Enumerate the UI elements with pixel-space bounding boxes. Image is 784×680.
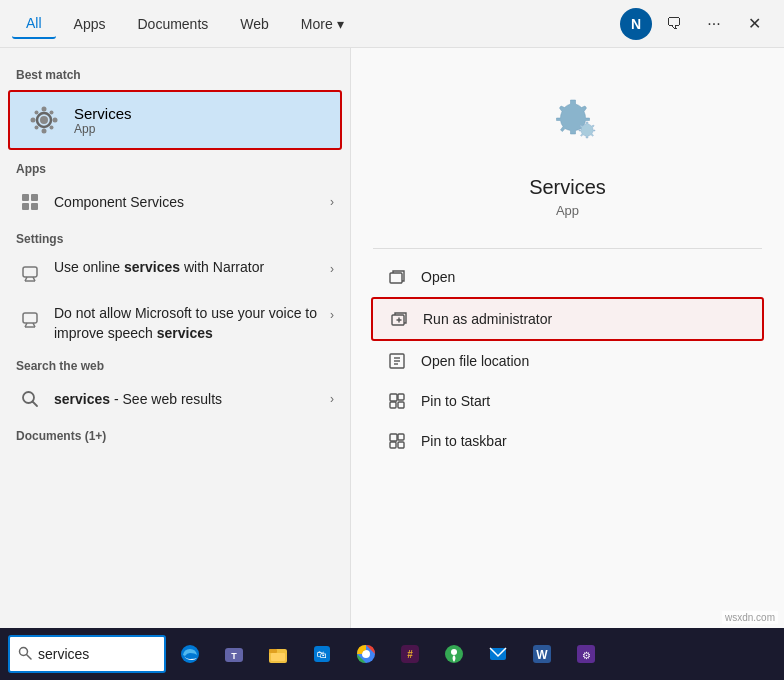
action-open[interactable]: Open [371,257,764,297]
action-open-file-location-label: Open file location [421,353,529,369]
documents-section-label: Documents (1+) [0,421,350,447]
svg-rect-13 [31,203,38,210]
narrator-label: Use online services with Narrator [54,259,264,275]
taskbar-explorer[interactable] [258,634,298,674]
svg-rect-34 [390,402,396,408]
right-panel: Services App Open [351,48,784,628]
right-separator [373,248,763,249]
pin-to-taskbar-icon [387,431,407,451]
taskbar-teams[interactable]: T [214,634,254,674]
narrator-chevron: › [330,262,334,276]
svg-point-8 [35,126,39,130]
taskbar-extra[interactable]: ⚙ [566,634,606,674]
svg-rect-35 [398,402,404,408]
taskbar: T 🛍 # [0,628,784,680]
settings-section-label: Settings [0,224,350,250]
action-run-as-admin-label: Run as administrator [423,311,552,327]
svg-point-55 [451,649,457,655]
svg-line-23 [33,402,38,407]
component-services-chevron: › [330,195,334,209]
taskbar-search-icon [18,646,32,663]
taskbar-search[interactable] [8,635,166,673]
search-web-icon [16,385,44,413]
svg-point-4 [53,118,58,123]
svg-rect-11 [31,194,38,201]
tab-apps[interactable]: Apps [60,10,120,38]
action-run-as-admin[interactable]: Run as administrator [371,297,764,341]
svg-rect-32 [390,394,397,401]
web-search-label: services - See web results [54,391,320,407]
taskbar-store[interactable]: 🛍 [302,634,342,674]
svg-rect-14 [23,267,37,277]
svg-rect-18 [23,313,37,323]
top-nav: All Apps Documents Web More ▾ N 🗨 ··· ✕ [0,0,784,48]
svg-text:🛍: 🛍 [317,649,327,660]
left-panel: Best match Services App [0,48,350,628]
svg-point-1 [42,107,47,112]
svg-text:T: T [231,651,237,661]
voice-chevron: › [330,308,334,322]
best-match-subtitle: App [74,122,132,136]
web-search-item[interactable]: services - See web results › [0,377,350,421]
voice-label: Do not allow Microsoft to use your voice… [54,305,317,341]
svg-rect-39 [398,442,404,448]
feedback-button[interactable]: 🗨 [656,6,692,42]
svg-point-5 [35,111,39,115]
services-app-icon [26,102,62,138]
run-as-admin-icon [389,309,409,329]
action-pin-to-start[interactable]: Pin to Start [371,381,764,421]
svg-rect-36 [390,434,397,441]
app-type-large: App [556,203,579,218]
web-search-chevron: › [330,392,334,406]
action-pin-to-start-label: Pin to Start [421,393,490,409]
action-pin-to-taskbar-label: Pin to taskbar [421,433,507,449]
component-services-icon [16,188,44,216]
taskbar-chrome[interactable] [346,634,386,674]
best-match-services[interactable]: Services App [8,90,342,150]
svg-point-9 [40,116,48,124]
app-name-large: Services [529,176,606,199]
voice-icon [16,306,44,334]
svg-rect-37 [398,434,404,440]
tab-more[interactable]: More ▾ [287,10,358,38]
web-section-label: Search the web [0,351,350,377]
close-button[interactable]: ✕ [736,6,772,42]
apps-section-label: Apps [0,154,350,180]
user-avatar[interactable]: N [620,8,652,40]
svg-rect-10 [22,194,29,201]
svg-point-6 [50,126,54,130]
action-pin-to-taskbar[interactable]: Pin to taskbar [371,421,764,461]
taskbar-edge[interactable] [170,634,210,674]
taskbar-mail[interactable] [478,634,518,674]
svg-point-7 [50,111,54,115]
component-services-label: Component Services [54,194,320,210]
best-match-title: Services [74,105,132,122]
narrator-icon [16,260,44,288]
svg-text:⚙: ⚙ [582,650,591,661]
svg-rect-26 [390,273,402,283]
voice-services-item[interactable]: Do not allow Microsoft to use your voice… [0,296,350,351]
open-icon [387,267,407,287]
taskbar-search-input[interactable] [38,646,138,662]
watermark: wsxdn.com [722,611,778,624]
narrator-services-item[interactable]: Use online services with Narrator › [0,250,350,296]
tab-documents[interactable]: Documents [123,10,222,38]
taskbar-word[interactable]: W [522,634,562,674]
svg-text:#: # [407,649,413,660]
svg-point-3 [31,118,36,123]
taskbar-slack[interactable]: # [390,634,430,674]
open-file-location-icon [387,351,407,371]
svg-rect-47 [271,653,285,661]
taskbar-maps[interactable] [434,634,474,674]
pin-to-start-icon [387,391,407,411]
tab-web[interactable]: Web [226,10,283,38]
more-options-button[interactable]: ··· [696,6,732,42]
action-open-file-location[interactable]: Open file location [371,341,764,381]
action-open-label: Open [421,269,455,285]
svg-rect-12 [22,203,29,210]
component-services-item[interactable]: Component Services › [0,180,350,224]
svg-rect-46 [269,649,277,653]
svg-rect-38 [390,442,396,448]
svg-text:W: W [536,648,548,662]
tab-all[interactable]: All [12,9,56,39]
